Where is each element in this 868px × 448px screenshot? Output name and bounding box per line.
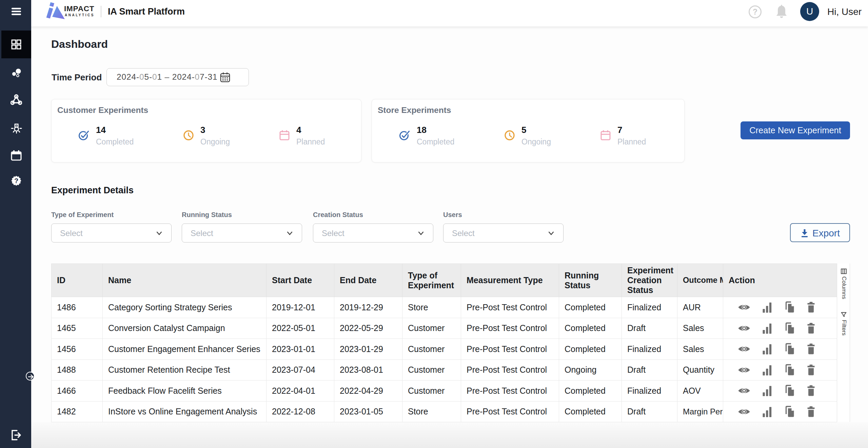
svg-text:?: ? xyxy=(14,177,18,184)
